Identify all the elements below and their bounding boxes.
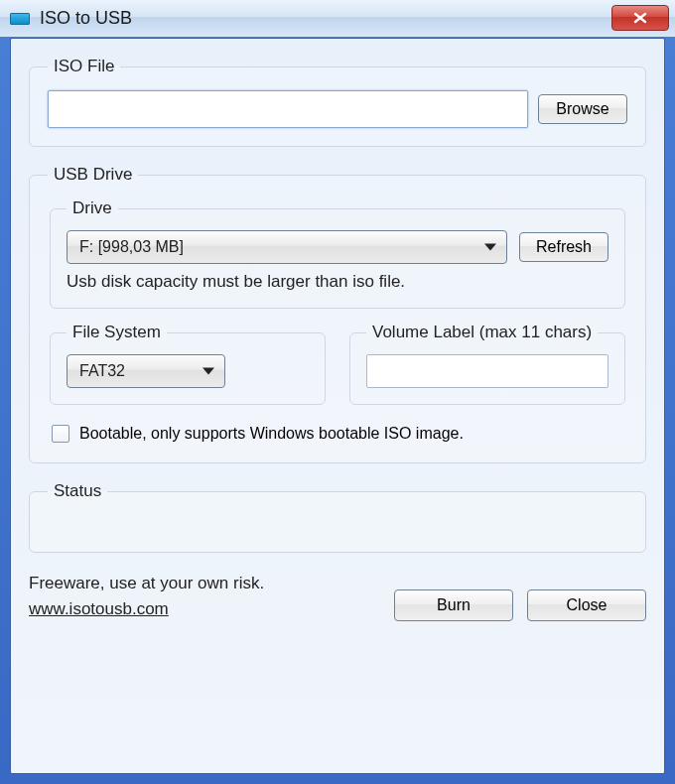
drive-capacity-note: Usb disk capacity must be larger than is…: [67, 272, 608, 292]
website-link[interactable]: www.isotousb.com: [29, 599, 169, 618]
filesystem-subgroup: File System FAT32: [50, 323, 326, 405]
volume-label-subgroup: Volume Label (max 11 chars): [349, 323, 625, 405]
browse-button[interactable]: Browse: [538, 94, 627, 124]
status-group: Status: [29, 481, 646, 553]
drive-legend: Drive: [67, 198, 118, 218]
window-title: ISO to USB: [40, 8, 611, 29]
drive-subgroup: Drive F: [998,03 MB] Refresh Usb disk ca…: [50, 198, 625, 309]
footer-text: Freeware, use at your own risk. www.isot…: [29, 571, 264, 621]
iso-file-legend: ISO File: [48, 57, 120, 76]
iso-path-input[interactable]: [48, 90, 528, 128]
burn-button[interactable]: Burn: [394, 589, 513, 621]
app-icon: [10, 13, 30, 25]
filesystem-select[interactable]: FAT32: [67, 354, 225, 388]
chevron-down-icon: [202, 368, 214, 375]
bootable-label: Bootable, only supports Windows bootable…: [79, 425, 464, 443]
iso-file-group: ISO File Browse: [29, 57, 646, 147]
app-window: ISO to USB ISO File Browse USB Drive Dri…: [0, 0, 675, 784]
usb-drive-group: USB Drive Drive F: [998,03 MB] Refresh U…: [29, 165, 646, 463]
filesystem-select-value: FAT32: [79, 362, 125, 380]
freeware-note: Freeware, use at your own risk.: [29, 571, 264, 596]
close-button[interactable]: Close: [527, 589, 646, 621]
close-window-button[interactable]: [611, 5, 669, 31]
footer: Freeware, use at your own risk. www.isot…: [29, 571, 646, 621]
chevron-down-icon: [484, 244, 496, 251]
status-legend: Status: [48, 481, 107, 501]
volume-label-legend: Volume Label (max 11 chars): [366, 323, 598, 342]
drive-select[interactable]: F: [998,03 MB]: [67, 230, 507, 264]
bootable-checkbox[interactable]: [52, 425, 69, 443]
usb-drive-legend: USB Drive: [48, 165, 138, 185]
close-icon: [632, 12, 648, 24]
titlebar: ISO to USB: [0, 0, 675, 38]
filesystem-legend: File System: [67, 323, 167, 342]
drive-select-value: F: [998,03 MB]: [79, 238, 184, 256]
volume-label-input[interactable]: [366, 354, 608, 388]
client-area: ISO File Browse USB Drive Drive F: [998,…: [10, 38, 665, 774]
refresh-button[interactable]: Refresh: [519, 232, 608, 262]
